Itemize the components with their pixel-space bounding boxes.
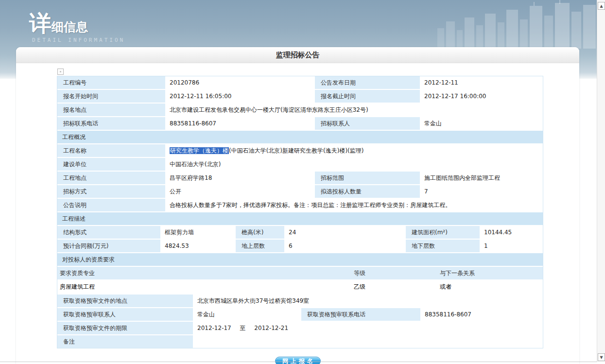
table-row: 报名地点 北京市建设工程发包承包交易中心一楼大厅(海淀区清华东路东王庄小区32号… [57,104,543,116]
field-value: 2012-12-17 16:00:00 [420,90,543,103]
qual-cell: 或者 [437,280,543,293]
field-label: 工程编号 [57,76,165,89]
logo-sub-text: 细信息 [52,20,88,34]
scroll-down-button[interactable]: ▼ [598,353,605,361]
footer-divider [0,362,597,362]
table-row: 获取资格预审联系人 常金山 获取资格预审联系电话 88358116-8607 [57,308,543,321]
field-label: 报名截止时间 [315,90,420,103]
table-row: 公告说明 合格投标人数量多于7家时，择优选择7家投标。备注：项目总监：注册监理工… [57,199,543,211]
field-label: 建筑面积(m²) [406,226,480,239]
section-header-overview: 工程概况 [57,131,543,143]
project-name-rest: (中国石油大学(北京)新建研究生教学(逸夫)楼)(监理) [229,147,363,154]
logo-english-caption: DETAIL INFORMATION [32,37,125,43]
field-label: 招标方式 [57,185,165,198]
field-value: 2012-12-17 至 2012-12-21 [193,322,543,334]
field-value: 88358116-8607 [165,117,315,130]
qual-col-header: 与下一条关系 [437,267,543,279]
field-value: 昌平区府学路18 [165,172,315,184]
page-title: 监理招标公告 [16,47,579,63]
field-value: 中国石油大学(北京) [165,158,543,171]
page: 详细信息 DETAIL INFORMATION 监理招标公告 工程编号 2012… [0,0,605,364]
field-label: 获取资格预审联系电话 [301,308,420,321]
info-table: 工程编号 20120786 公告发布日期 2012-12-11 报名开始时间 2… [57,76,543,348]
field-value: 1 [480,240,543,252]
field-value: 24 [284,226,406,239]
field-value: 2012-12-11 [420,76,543,89]
table-row: 预计合同额(万元) 4824.53 地上层数 6 地下层数 1 [57,240,543,252]
section-header-description: 工程描述 [57,212,543,225]
field-label: 结构形式 [57,226,160,239]
content-panel: 监理招标公告 工程编号 20120786 公告发布日期 2012-12-11 报… [16,47,579,364]
field-label: 报名开始时间 [57,90,165,103]
table-row: 结构形式 框架剪力墙 檐高(米) 24 建筑面积(m²) 10144.45 [57,226,543,239]
image-placeholder-icon [57,69,64,75]
logo-main-text: 详 [29,10,52,36]
field-value: 施工图纸范围内全部监理工程 [420,172,543,184]
qual-cell: 乙级 [351,280,437,293]
table-row: 获取资格预审文件的地点 北京市西城区阜外大街37号过桥宾馆349室 [57,295,543,307]
field-label: 建设单位 [57,158,165,171]
table-row: 招标联系电话 88358116-8607 招标联系人 常金山 [57,117,543,130]
qual-col-header: 要求资质专业 [57,267,351,279]
field-value: 北京市西城区阜外大街37号过桥宾馆349室 [193,295,543,307]
table-row: 备注 [57,335,543,348]
table-row: 工程编号 20120786 公告发布日期 2012-12-11 [57,76,543,89]
online-signup-button[interactable]: 网上报名 [275,357,321,364]
field-label: 获取资格预审文件的期限 [57,322,193,334]
field-value: 7 [420,185,543,198]
field-label: 檐高(米) [236,226,284,239]
field-label: 报名地点 [57,104,165,116]
field-label: 地下层数 [406,240,480,252]
qual-header-row: 要求资质专业 等级 与下一条关系 [57,267,543,279]
vertical-scrollbar[interactable]: ▲ ▼ [597,0,605,362]
field-value: 6 [284,240,406,252]
field-value: 北京市建设工程发包承包交易中心一楼大厅(海淀区清华东路东王庄小区32号) [165,104,543,116]
field-label: 招标联系电话 [57,117,165,130]
city-skyline-image [436,0,597,49]
table-row: 工程地点 昌平区府学路18 招标范围 施工图纸范围内全部监理工程 [57,172,543,184]
field-value: 常金山 [420,117,543,130]
field-label: 公告说明 [57,199,165,211]
table-row: 报名开始时间 2012-12-11 16:05:00 报名截止时间 2012-1… [57,90,543,103]
field-label: 拟选投标人数量 [315,185,420,198]
qual-data-row: 房屋建筑工程 乙级 或者 [57,280,543,293]
field-label: 获取资格预审联系人 [57,308,193,321]
field-value: 合格投标人数量多于7家时，择优选择7家投标。备注：项目总监：注册监理工程师专业类… [165,199,543,211]
field-value: 常金山 [193,308,301,321]
field-label: 公告发布日期 [315,76,420,89]
selected-text: 研究生教学（逸夫）楼 [170,147,229,154]
field-value: 框架剪力墙 [160,226,236,239]
qual-col-header: 等级 [351,267,437,279]
field-label: 获取资格预审文件的地点 [57,295,193,307]
field-value: 研究生教学（逸夫）楼(中国石油大学(北京)新建研究生教学(逸夫)楼)(监理) [165,144,543,157]
field-value: 10144.45 [480,226,543,239]
button-area: 网上报名 [16,356,579,364]
field-value: 4824.53 [160,240,236,252]
field-value [193,335,543,348]
field-label: 招标联系人 [315,117,420,130]
field-value: 20120786 [165,76,315,89]
field-value: 公开 [165,185,315,198]
table-row: 建设单位 中国石油大学(北京) [57,158,543,171]
qual-cell: 房屋建筑工程 [57,280,351,293]
table-row: 获取资格预审文件的期限 2012-12-17 至 2012-12-21 [57,322,543,334]
field-label: 预计合同额(万元) [57,240,160,252]
field-label: 地上层数 [236,240,284,252]
table-row: 工程名称 研究生教学（逸夫）楼(中国石油大学(北京)新建研究生教学(逸夫)楼)(… [57,144,543,157]
field-value: 88358116-8607 [420,308,543,321]
scroll-up-button[interactable]: ▲ [598,2,605,10]
field-label: 招标范围 [315,172,420,184]
site-logo: 详细信息 [29,9,88,39]
field-label: 工程名称 [57,144,165,157]
table-row: 招标方式 公开 拟选投标人数量 7 [57,185,543,198]
section-header-qualification: 对投标人的资质要求 [57,253,543,266]
field-value: 2012-12-11 16:05:00 [165,90,315,103]
field-label: 工程地点 [57,172,165,184]
field-label: 备注 [57,335,193,348]
